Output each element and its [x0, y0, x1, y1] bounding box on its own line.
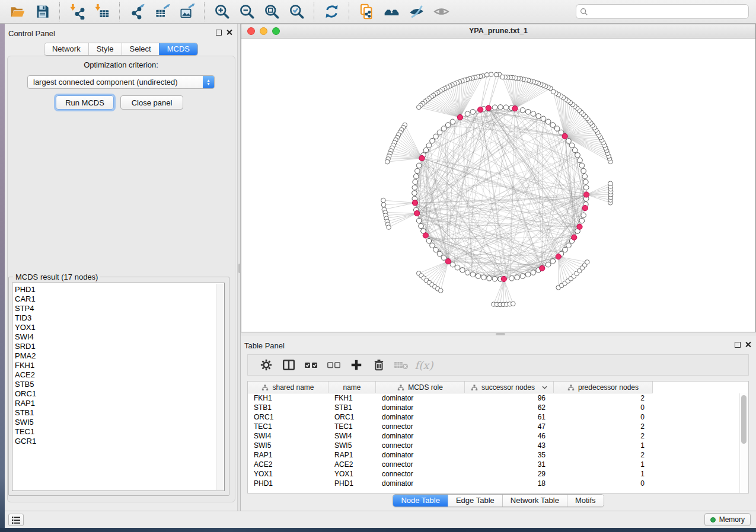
column-header-shared-name[interactable]: shared name: [248, 382, 328, 393]
table-header-row: shared namenameMCDS rolesuccessor nodesp…: [248, 382, 653, 393]
mcds-result-item[interactable]: PHD1: [15, 285, 224, 294]
refresh-view-icon[interactable]: [323, 3, 340, 21]
cell: 96: [465, 394, 554, 402]
mcds-result-item[interactable]: SWI5: [15, 418, 224, 427]
table-row-FKH1[interactable]: FKH1FKH1dominator962: [248, 393, 748, 403]
tab-mcds[interactable]: MCDS: [159, 43, 197, 55]
splitter-grip[interactable]: [496, 333, 505, 335]
tab-select[interactable]: Select: [122, 43, 159, 55]
column-header-MCDS-role[interactable]: MCDS role: [376, 382, 465, 393]
mcds-result-item[interactable]: YOX1: [15, 323, 224, 332]
table-row-ACE2[interactable]: ACE2ACE2connector311: [248, 460, 748, 469]
cell: connector: [376, 441, 465, 450]
close-panel-button[interactable]: Close panel: [120, 95, 183, 110]
main-toolbar: [0, 0, 756, 24]
criterion-select[interactable]: largest connected component (undirected)…: [27, 75, 215, 89]
mcds-result-item[interactable]: SWI4: [15, 332, 224, 342]
mcds-result-item[interactable]: TID3: [15, 313, 224, 323]
column-header-name[interactable]: name: [328, 382, 376, 393]
mcds-result-item[interactable]: ORC1: [15, 389, 224, 399]
cell: connector: [376, 460, 465, 469]
table-scrollbar-thumb[interactable]: [741, 395, 747, 444]
search-input[interactable]: [591, 7, 745, 17]
mcds-result-item[interactable]: CAR1: [15, 294, 224, 304]
cell: ORC1: [328, 413, 376, 421]
close-panel-icon[interactable]: [226, 29, 232, 36]
export-network-icon[interactable]: [128, 3, 146, 21]
toolbar-separator: [314, 2, 314, 21]
zoom-in-icon[interactable]: [213, 3, 231, 21]
table-row-RAP1[interactable]: RAP1RAP1dominator352: [248, 450, 748, 460]
mcds-result-title: MCDS result (17 nodes): [13, 273, 100, 281]
delete-column-icon[interactable]: [368, 357, 390, 373]
deselect-all-icon[interactable]: [323, 357, 345, 373]
new-network-from-selection-icon[interactable]: [358, 3, 375, 21]
network-canvas[interactable]: [241, 39, 755, 332]
tab-style[interactable]: Style: [88, 43, 122, 55]
cell: PHD1: [248, 479, 328, 488]
open-session-icon[interactable]: [8, 3, 26, 21]
mcds-result-item[interactable]: STB1: [15, 408, 224, 418]
save-session-icon[interactable]: [33, 3, 51, 21]
columns-icon[interactable]: [277, 357, 300, 373]
search-box[interactable]: [576, 4, 749, 19]
export-table-icon[interactable]: [153, 3, 171, 21]
mcds-result-item[interactable]: PMA2: [15, 351, 224, 361]
zoom-out-icon[interactable]: [238, 3, 256, 21]
import-network-icon[interactable]: [68, 3, 86, 21]
column-header-predecessor-nodes[interactable]: predecessor nodes: [554, 382, 653, 393]
cell: ORC1: [248, 413, 328, 421]
tab-edge-table[interactable]: Edge Table: [448, 495, 502, 507]
table-row-SWI5[interactable]: SWI5SWI5connector431: [248, 441, 748, 450]
mcds-result-item[interactable]: RAP1: [15, 399, 224, 408]
cell: 35: [465, 451, 554, 459]
tab-network[interactable]: Network: [44, 43, 88, 55]
add-column-icon[interactable]: [345, 357, 368, 373]
export-image-icon[interactable]: [178, 3, 196, 21]
splitter-grip[interactable]: [238, 264, 241, 273]
network-graph[interactable]: [241, 39, 755, 332]
zoom-fit-icon[interactable]: [263, 3, 280, 21]
tab-node-table[interactable]: Node Table: [393, 495, 448, 507]
table-scrollbar[interactable]: [739, 393, 748, 493]
mcds-result-item[interactable]: FKH1: [15, 361, 224, 370]
cell: 2: [554, 451, 653, 459]
node-table[interactable]: shared namenameMCDS rolesuccessor nodesp…: [247, 381, 749, 493]
table-row-PHD1[interactable]: PHD1PHD1dominator180: [248, 479, 748, 488]
float-panel-icon[interactable]: [735, 342, 741, 348]
table-row-TEC1[interactable]: TEC1TEC1connector472: [248, 422, 748, 431]
table-row-ORC1[interactable]: ORC1ORC1dominator610: [248, 412, 748, 422]
task-history-button[interactable]: [8, 514, 24, 526]
mcds-list-scrollbar[interactable]: [216, 284, 224, 490]
cell: 62: [465, 403, 554, 412]
hide-selected-icon[interactable]: [407, 3, 425, 21]
float-panel-icon[interactable]: [216, 30, 222, 36]
mcds-result-item[interactable]: SRD1: [15, 342, 224, 351]
table-row-SWI4[interactable]: SWI4SWI4dominator462: [248, 431, 748, 441]
select-all-icon[interactable]: [300, 357, 323, 373]
tab-network-table[interactable]: Network Table: [502, 495, 567, 507]
column-header-successor-nodes[interactable]: successor nodes: [465, 382, 554, 393]
cell: ACE2: [248, 460, 328, 469]
zoom-selected-icon[interactable]: [288, 3, 305, 21]
mcds-result-item[interactable]: STP4: [15, 304, 224, 313]
import-table-icon[interactable]: [93, 3, 111, 21]
mcds-result-item[interactable]: ACE2: [15, 370, 224, 380]
memory-button[interactable]: Memory: [704, 513, 751, 526]
mcds-result-item[interactable]: GCR1: [15, 437, 224, 446]
table-toolbar: f(x): [247, 354, 749, 376]
table-row-STB1[interactable]: STB1STB1dominator620: [248, 403, 748, 412]
run-mcds-button[interactable]: Run MCDS: [56, 95, 114, 110]
desktop-wallpaper-bottom: [0, 528, 756, 532]
cell: FKH1: [248, 394, 328, 402]
table-row-YOX1[interactable]: YOX1YOX1connector291: [248, 469, 748, 479]
mcds-result-item[interactable]: STB5: [15, 380, 224, 389]
gear-icon[interactable]: [255, 357, 277, 373]
mcds-result-list[interactable]: PHD1CAR1STP4TID3YOX1SWI4SRD1PMA2FKH1ACE2…: [12, 283, 225, 491]
mcds-result-item[interactable]: TEC1: [15, 427, 224, 437]
network-window-titlebar[interactable]: YPA_prune.txt_1: [241, 24, 755, 39]
tab-motifs[interactable]: Motifs: [567, 495, 604, 507]
close-panel-icon[interactable]: [745, 341, 751, 348]
first-neighbors-icon[interactable]: [382, 3, 400, 21]
cell: STB1: [248, 403, 328, 412]
